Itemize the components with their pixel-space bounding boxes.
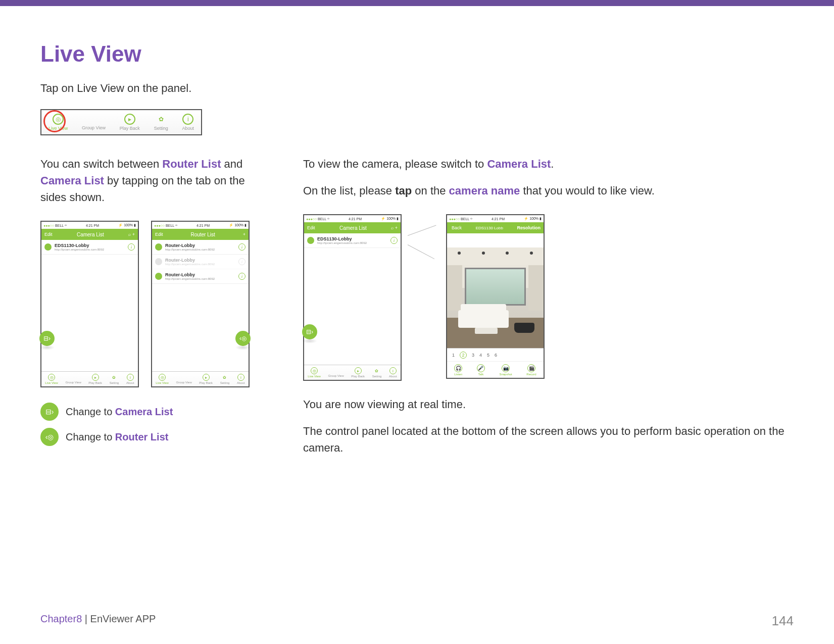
phone-camera-list: ●●●○○ BELL ⌔ 4:21 PM ⚡ 100% ▮ Edit Camer…: [40, 221, 139, 387]
search-icon[interactable]: ⌕: [391, 225, 394, 230]
edit-button[interactable]: Edit: [307, 225, 315, 230]
tab-play-back[interactable]: ▸Play Back: [351, 367, 365, 378]
panel-about[interactable]: i About: [182, 114, 194, 131]
page-5[interactable]: 5: [487, 353, 489, 358]
page-6[interactable]: 6: [495, 353, 497, 358]
status-bar: ●●●○○ BELL ⌔ 4:21 PM ⚡ 100% ▮: [304, 215, 401, 222]
list-item[interactable]: EDS1130-Lobbyhttp://ipcam.engeniusddns.c…: [304, 233, 401, 248]
tab-shadow: [39, 345, 55, 350]
tab-setting[interactable]: ✿Setting: [372, 367, 382, 378]
panel-label: Group View: [82, 125, 106, 130]
right-paragraph-2: On the list, please tap on the camera na…: [303, 182, 794, 199]
panel-play-back[interactable]: ▸ Play Back: [120, 114, 140, 131]
spacer: [447, 233, 544, 247]
panel-label: About: [182, 126, 194, 131]
page-2[interactable]: 2: [460, 352, 467, 359]
status-dot-icon: [307, 237, 314, 244]
status-bar: ●●●○○ BELL ⌔ 4:21 PM ⚡ 100% ▮: [447, 215, 544, 222]
switch-tab-left[interactable]: ⊟›: [302, 324, 317, 339]
list-item[interactable]: Router-Lobbyhttp://ipcam.engeniusddns.co…: [152, 255, 249, 269]
top-accent-bar: [0, 0, 834, 6]
info-icon[interactable]: i: [390, 237, 398, 244]
record-icon: 🎬: [527, 364, 535, 372]
page-3[interactable]: 3: [472, 353, 474, 358]
gear-icon: ✿: [373, 367, 380, 374]
switch-tab-right[interactable]: ‹◎: [235, 331, 251, 346]
tab-setting[interactable]: ✿Setting: [220, 374, 230, 384]
listen-button[interactable]: 🎧Listen: [454, 364, 462, 376]
app-header: Edit Router List +: [152, 229, 249, 240]
edit-button[interactable]: Edit: [155, 232, 163, 237]
gear-icon: ✿: [156, 114, 167, 125]
status-dot-icon: [155, 243, 162, 251]
status-dot-icon: [155, 258, 162, 265]
grid-icon: [70, 374, 76, 380]
header-title: Camera List: [53, 232, 129, 237]
list-item[interactable]: EDS1130-Lobby http://ipcam.engeniusddns.…: [41, 240, 138, 255]
tab-group-view[interactable]: Group View: [65, 374, 81, 384]
tab-live-view[interactable]: ◎Live View: [308, 367, 321, 378]
tab-about[interactable]: iAbout: [126, 374, 134, 384]
app-header: Edit Camera List ⌕ +: [41, 229, 138, 240]
pager: 1 2 3 4 5 6: [447, 349, 544, 362]
info-icon[interactable]: i: [128, 243, 135, 251]
panel-group-view[interactable]: Group View: [82, 114, 106, 130]
app-name: EnViewer APP: [90, 613, 156, 624]
record-button[interactable]: 🎬Record: [526, 364, 536, 376]
tab-group-view[interactable]: Group View: [176, 374, 191, 384]
legend-camera: ⊟› Change to Camera List: [40, 403, 273, 421]
header-title: EDS1130 Lobb: [462, 226, 517, 230]
tab-shadow: [235, 345, 251, 350]
tab-about[interactable]: iAbout: [389, 367, 397, 378]
left-paragraph-1: You can switch between Router List and C…: [40, 156, 273, 206]
panel-label: Live View: [48, 126, 68, 131]
panel-label: Play Back: [120, 126, 140, 131]
play-icon: ▸: [355, 367, 362, 374]
resolution-button[interactable]: Resolution: [517, 225, 541, 230]
tab-play-back[interactable]: ▸Play Back: [199, 374, 213, 384]
info-icon: i: [127, 374, 134, 381]
info-icon: i: [389, 367, 397, 374]
tab-live-view[interactable]: ◎Live View: [45, 374, 58, 384]
search-icon[interactable]: ⌕: [128, 232, 131, 237]
target-icon: ◎: [159, 374, 166, 381]
back-button[interactable]: ‹Back: [450, 225, 462, 230]
switch-tab-right-icon: ‹◎: [40, 428, 59, 446]
phone-router-list: ●●●○○ BELL ⌔ 4:21 PM ⚡ 100% ▮ Edit Route…: [151, 221, 250, 387]
chapter-label: Chapter8: [40, 613, 82, 624]
grid-icon: [333, 368, 339, 374]
page-1[interactable]: 1: [452, 353, 455, 358]
bottom-tab-bar: ◎Live View Group View ▸Play Back ✿Settin…: [304, 365, 401, 380]
info-icon[interactable]: i: [238, 258, 246, 265]
add-icon[interactable]: +: [395, 225, 398, 230]
list-item[interactable]: Router-Lobbyhttp://ipcam.engeniusddns.co…: [152, 240, 249, 255]
list-item[interactable]: Router-Lobbyhttp://ipcam.engeniusddns.co…: [152, 269, 249, 284]
add-icon[interactable]: +: [243, 232, 246, 237]
status-bar: ●●●○○ BELL ⌔ 4:21 PM ⚡ 100% ▮: [41, 222, 138, 229]
switch-tab-left[interactable]: ⊟›: [39, 331, 55, 346]
list-area: EDS1130-Lobbyhttp://ipcam.engeniusddns.c…: [304, 233, 401, 365]
tab-play-back[interactable]: ▸Play Back: [88, 374, 102, 384]
tab-shadow: [302, 338, 317, 343]
tab-setting[interactable]: ✿Setting: [110, 374, 119, 384]
add-icon[interactable]: +: [132, 232, 135, 237]
panel-setting[interactable]: ✿ Setting: [154, 114, 168, 131]
info-icon: i: [237, 374, 244, 381]
tab-live-view[interactable]: ◎Live View: [156, 374, 169, 384]
info-icon[interactable]: i: [238, 243, 246, 251]
target-icon: ◎: [53, 114, 64, 125]
talk-button[interactable]: 🎤Talk: [477, 364, 485, 376]
edit-button[interactable]: Edit: [44, 232, 53, 237]
tab-about[interactable]: iAbout: [237, 374, 245, 384]
right-paragraph-1: To view the camera, please switch to Cam…: [303, 156, 794, 172]
tab-group-view[interactable]: Group View: [328, 368, 344, 377]
snapshot-button[interactable]: 📷Snapshot: [499, 364, 512, 376]
info-icon[interactable]: i: [238, 273, 246, 280]
list-area: EDS1130-Lobby http://ipcam.engeniusddns.…: [41, 240, 138, 371]
phone-live-view: ●●●○○ BELL ⌔ 4:21 PM ⚡ 100% ▮ ‹Back EDS1…: [446, 214, 545, 379]
panel-live-view[interactable]: ◎ Live View: [48, 114, 68, 131]
target-icon: ◎: [311, 367, 318, 374]
header-title: Router List: [163, 232, 243, 237]
page-4[interactable]: 4: [479, 353, 482, 358]
video-feed[interactable]: [447, 247, 544, 349]
